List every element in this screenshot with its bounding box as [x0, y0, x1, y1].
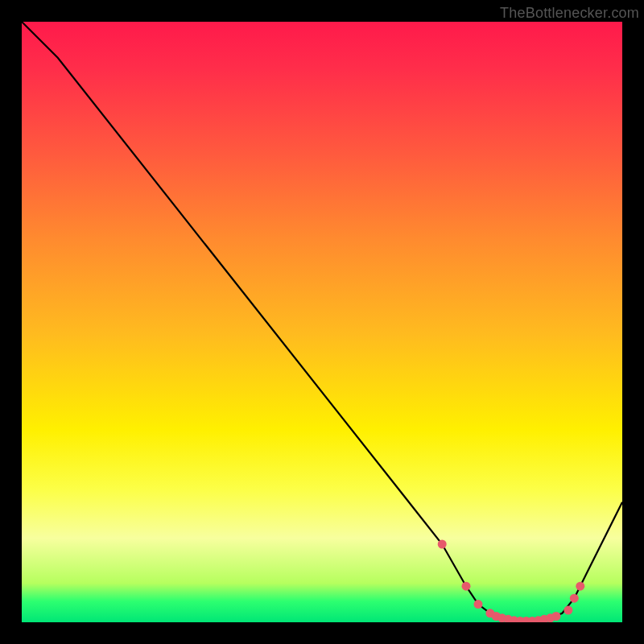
- highlight-dot: [576, 582, 584, 591]
- highlight-dots: [438, 540, 585, 623]
- source-credit: TheBottlenecker.com: [500, 5, 639, 22]
- highlight-dot: [564, 606, 572, 615]
- highlight-dot: [551, 612, 560, 621]
- curve-layer: [22, 22, 622, 622]
- plot-area: [22, 22, 622, 622]
- highlight-dot: [438, 540, 447, 549]
- chart-stage: TheBottlenecker.com: [0, 0, 644, 644]
- bottleneck-curve: [22, 22, 622, 621]
- highlight-dot: [474, 600, 483, 609]
- highlight-dot: [462, 582, 471, 591]
- highlight-dot: [570, 594, 579, 603]
